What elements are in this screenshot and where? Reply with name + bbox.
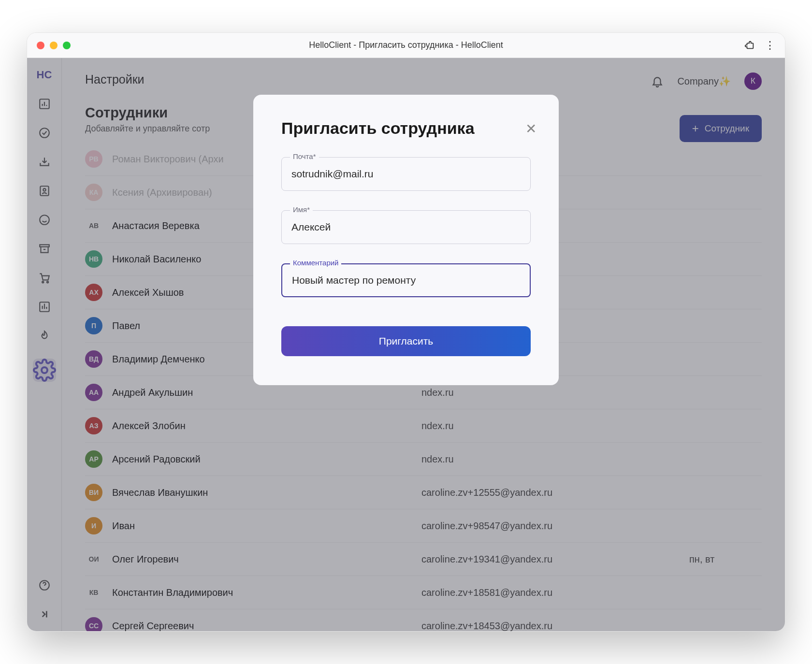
email-field-wrapper: Почта* bbox=[281, 157, 531, 191]
email-label: Почта* bbox=[290, 152, 319, 160]
invite-modal: Пригласить сотрудника ✕ Почта* Имя* Комм… bbox=[253, 95, 559, 385]
close-window-button[interactable] bbox=[37, 42, 44, 49]
comment-field-wrapper: Комментарий bbox=[281, 263, 531, 297]
comment-input[interactable] bbox=[281, 263, 531, 297]
name-input[interactable] bbox=[281, 210, 531, 244]
minimize-window-button[interactable] bbox=[50, 42, 58, 49]
comment-label: Комментарий bbox=[290, 259, 341, 267]
traffic-lights bbox=[37, 42, 71, 49]
modal-overlay[interactable]: Пригласить сотрудника ✕ Почта* Имя* Комм… bbox=[27, 58, 785, 631]
titlebar: HelloClient - Пригласить сотрудника - He… bbox=[27, 33, 785, 58]
extensions-icon[interactable] bbox=[744, 40, 755, 51]
name-field-wrapper: Имя* bbox=[281, 210, 531, 244]
email-input[interactable] bbox=[281, 157, 531, 191]
more-icon[interactable]: ⋮ bbox=[765, 39, 775, 52]
close-icon[interactable]: ✕ bbox=[525, 121, 536, 137]
app-window: HelloClient - Пригласить сотрудника - He… bbox=[27, 32, 785, 632]
maximize-window-button[interactable] bbox=[63, 42, 71, 49]
app-body: HC Company✨ К Настройки Сотрудники bbox=[27, 58, 785, 631]
name-label: Имя* bbox=[290, 205, 313, 214]
window-title: HelloClient - Пригласить сотрудника - He… bbox=[27, 40, 785, 50]
invite-button[interactable]: Пригласить bbox=[281, 326, 531, 356]
modal-title: Пригласить сотрудника bbox=[281, 119, 531, 138]
titlebar-right: ⋮ bbox=[744, 39, 775, 52]
